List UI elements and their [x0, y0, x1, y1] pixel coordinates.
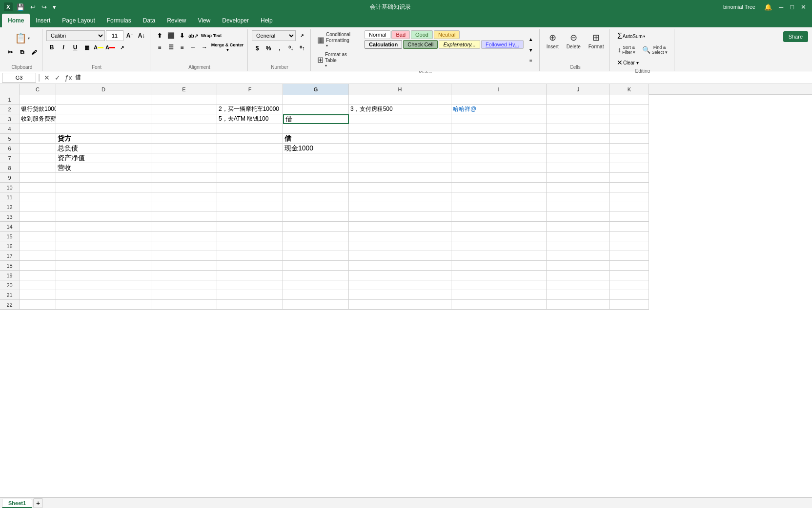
- col-header-g[interactable]: G: [283, 84, 349, 95]
- cell-h8[interactable]: [349, 163, 451, 173]
- format-as-table-button[interactable]: ⊞ Format as Table ▾: [315, 50, 363, 69]
- cell-f9[interactable]: [217, 173, 283, 183]
- align-top-button[interactable]: ⬆: [154, 30, 165, 41]
- cell-c1[interactable]: [20, 95, 56, 105]
- style-good-button[interactable]: Good: [411, 30, 433, 39]
- orientation-button[interactable]: ab↗: [188, 30, 199, 41]
- cell-i1[interactable]: [451, 95, 547, 105]
- cell-i2[interactable]: 哈哈祥@: [451, 105, 547, 114]
- font-size-input[interactable]: [106, 30, 123, 41]
- format-cells-button[interactable]: ⊞ Format: [586, 30, 607, 51]
- tab-insert[interactable]: Insert: [30, 14, 56, 27]
- style-check-cell-button[interactable]: Check Cell: [403, 40, 438, 49]
- increase-decimal-button[interactable]: ⁰↑: [297, 43, 307, 54]
- autosum-button[interactable]: Σ AutoSum ▾: [615, 30, 648, 42]
- cell-h2[interactable]: 3，支付房租500: [349, 105, 451, 114]
- cell-j4[interactable]: [547, 124, 610, 134]
- cell-i7[interactable]: [451, 153, 547, 163]
- cell-c3[interactable]: 收到服务费薪酬400: [20, 114, 56, 124]
- merge-center-button[interactable]: Merge & Center ▾: [210, 42, 244, 53]
- cell-i9[interactable]: [451, 173, 547, 183]
- delete-cells-button[interactable]: ⊖ Delete: [564, 30, 584, 51]
- decrease-indent-button[interactable]: ←: [188, 42, 199, 53]
- sheet-tab-sheet1[interactable]: Sheet1: [2, 499, 32, 508]
- cell-e7[interactable]: [151, 153, 217, 163]
- undo-button[interactable]: ↩: [28, 2, 38, 12]
- cell-j7[interactable]: [547, 153, 610, 163]
- cell-d4[interactable]: [56, 124, 151, 134]
- cell-e9[interactable]: [151, 173, 217, 183]
- comma-button[interactable]: ,: [274, 43, 285, 54]
- sort-filter-button[interactable]: ↕ Sort &Filter ▾: [615, 43, 639, 57]
- wrap-text-button[interactable]: Wrap Text: [199, 30, 223, 41]
- col-header-f[interactable]: F: [217, 84, 283, 95]
- col-header-h[interactable]: H: [349, 84, 451, 95]
- add-sheet-button[interactable]: +: [33, 498, 43, 508]
- cell-i8[interactable]: [451, 163, 547, 173]
- row-number-3[interactable]: 3: [0, 114, 20, 124]
- cell-g1[interactable]: [283, 95, 349, 105]
- close-button[interactable]: ✕: [799, 2, 808, 12]
- cell-c8[interactable]: [20, 163, 56, 173]
- find-select-button[interactable]: 🔍 Find &Select ▾: [639, 43, 670, 57]
- cell-j2[interactable]: [547, 105, 610, 114]
- cell-k4[interactable]: [610, 124, 649, 134]
- cell-g2[interactable]: [283, 105, 349, 114]
- cancel-formula-button[interactable]: ✕: [42, 73, 52, 83]
- row-number-9[interactable]: 9: [0, 173, 20, 183]
- tab-help[interactable]: Help: [255, 14, 279, 27]
- cell-f1[interactable]: [217, 95, 283, 105]
- align-middle-button[interactable]: ⬛: [165, 30, 176, 41]
- cell-g9[interactable]: [283, 173, 349, 183]
- cell-e4[interactable]: [151, 124, 217, 134]
- percent-button[interactable]: %: [263, 43, 274, 54]
- conditional-formatting-button[interactable]: ▦ Conditional Formatting ▾: [315, 30, 363, 49]
- col-header-k[interactable]: K: [610, 84, 649, 95]
- style-scroll-down[interactable]: ▼: [526, 44, 536, 55]
- tab-home[interactable]: Home: [2, 14, 30, 27]
- cell-f7[interactable]: [217, 153, 283, 163]
- cell-j3[interactable]: [547, 114, 610, 124]
- cell-c4[interactable]: [20, 124, 56, 134]
- cell-c5[interactable]: [20, 134, 56, 144]
- row-number-8[interactable]: 8: [0, 163, 20, 173]
- row-number-5[interactable]: 5: [0, 134, 20, 144]
- cell-i6[interactable]: [451, 144, 547, 153]
- format-painter-button[interactable]: 🖌: [28, 47, 39, 58]
- border-button[interactable]: ▦: [81, 42, 92, 53]
- cell-e2[interactable]: [151, 105, 217, 114]
- cell-d2[interactable]: [56, 105, 151, 114]
- cell-g8[interactable]: [283, 163, 349, 173]
- decrease-decimal-button[interactable]: ⁰↓: [285, 43, 296, 54]
- cell-f3[interactable]: 5，去ATM 取钱100: [217, 114, 283, 124]
- cell-d6[interactable]: 总负债: [56, 144, 151, 153]
- col-header-d[interactable]: D: [56, 84, 151, 95]
- italic-button[interactable]: I: [58, 42, 69, 53]
- align-bottom-button[interactable]: ⬇: [177, 30, 187, 41]
- tab-developer[interactable]: Developer: [216, 14, 255, 27]
- row-number-7[interactable]: 7: [0, 153, 20, 163]
- cell-j1[interactable]: [547, 95, 610, 105]
- font-family-select[interactable]: Calibri: [46, 30, 105, 41]
- maximize-button[interactable]: □: [788, 2, 796, 12]
- currency-button[interactable]: $: [252, 43, 263, 54]
- align-center-button[interactable]: ☰: [165, 42, 176, 53]
- cell-g4[interactable]: [283, 124, 349, 134]
- increase-indent-button[interactable]: →: [199, 42, 210, 53]
- cell-c9[interactable]: [20, 173, 56, 183]
- cell-f8[interactable]: [217, 163, 283, 173]
- col-header-c[interactable]: C: [20, 84, 56, 95]
- cell-g7[interactable]: [283, 153, 349, 163]
- fill-color-button[interactable]: A: [93, 42, 104, 53]
- style-bad-button[interactable]: Bad: [391, 30, 410, 39]
- cell-f2[interactable]: 2，买一辆摩托车10000: [217, 105, 283, 114]
- style-normal-button[interactable]: Normal: [365, 30, 390, 39]
- style-calculation-button[interactable]: Calculation: [365, 40, 402, 49]
- save-button[interactable]: 💾: [15, 2, 26, 12]
- cell-k1[interactable]: [610, 95, 649, 105]
- cell-h7[interactable]: [349, 153, 451, 163]
- cell-f4[interactable]: [217, 124, 283, 134]
- confirm-formula-button[interactable]: ✓: [53, 73, 62, 83]
- cell-d9[interactable]: [56, 173, 151, 183]
- insert-function-button[interactable]: ƒx: [63, 73, 73, 83]
